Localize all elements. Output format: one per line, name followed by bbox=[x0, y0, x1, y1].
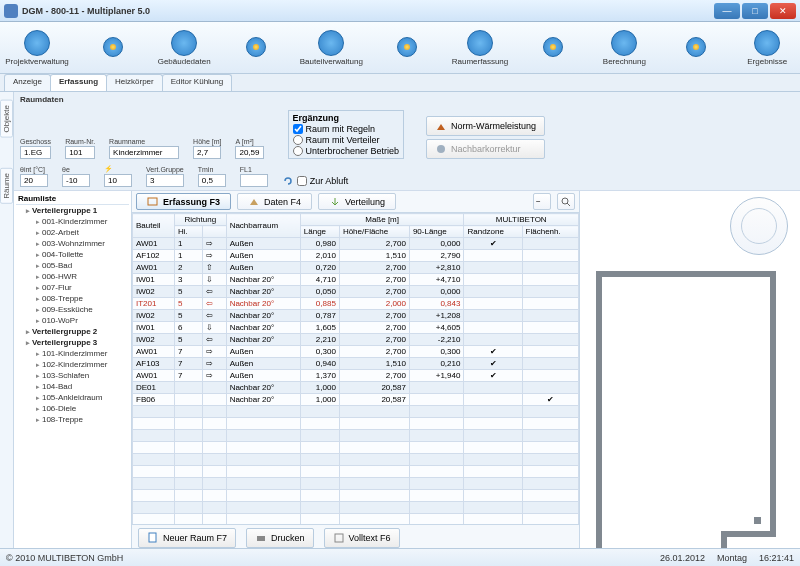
tree-item[interactable]: 106-Diele bbox=[36, 403, 129, 414]
table-row[interactable] bbox=[133, 502, 579, 514]
table-row[interactable]: IW025⇦Nachbar 20°2,2102,700-2,210 bbox=[133, 334, 579, 346]
tree-item[interactable]: 102-Kinderzimmer bbox=[36, 359, 129, 370]
table-row[interactable]: IW016⇩Nachbar 20°1,6052,700+4,605 bbox=[133, 322, 579, 334]
table-row[interactable] bbox=[133, 442, 579, 454]
tree-item[interactable]: 001-Kinderzimmer bbox=[36, 216, 129, 227]
tree-item[interactable]: 009-Essküche bbox=[36, 304, 129, 315]
toolbar-sun1[interactable] bbox=[86, 37, 139, 58]
btn-volltext[interactable]: Volltext F6 bbox=[324, 528, 400, 548]
tree-item[interactable]: 101-Kinderzimmer bbox=[36, 348, 129, 359]
table-row[interactable] bbox=[133, 454, 579, 466]
table-row[interactable]: AW012⇧Außen0,7202,700+2,810 bbox=[133, 262, 579, 274]
tab-kuehlung[interactable]: Editor Kühlung bbox=[162, 74, 232, 91]
list-icon bbox=[147, 196, 159, 208]
vtab-objekte[interactable]: Objekte bbox=[0, 100, 13, 138]
toolbar-sun5[interactable] bbox=[669, 37, 722, 58]
table-row[interactable] bbox=[133, 478, 579, 490]
flaeche-field[interactable]: 20,59 bbox=[235, 146, 263, 159]
table-row[interactable] bbox=[133, 406, 579, 418]
table-row[interactable] bbox=[133, 466, 579, 478]
toolbar-projekt[interactable]: Projektverwaltung bbox=[6, 30, 68, 66]
tree-item[interactable]: 108-Treppe bbox=[36, 414, 129, 425]
hoehe-field[interactable]: 2,7 bbox=[193, 146, 221, 159]
table-row[interactable]: IW025⇦Nachbar 20°0,7872,700+1,208 bbox=[133, 310, 579, 322]
table-row[interactable] bbox=[133, 430, 579, 442]
tree-item[interactable]: 003-Wohnzimmer bbox=[36, 238, 129, 249]
table-row[interactable]: FB06Nachbar 20°1,00020,587✔ bbox=[133, 394, 579, 406]
chk-verteiler[interactable]: Raum mit Verteiler bbox=[293, 135, 400, 145]
tree-item[interactable]: 104-Bad bbox=[36, 381, 129, 392]
search-button[interactable] bbox=[557, 193, 575, 210]
table-row[interactable]: AF1021⇨Außen2,0101,5102,790 bbox=[133, 250, 579, 262]
tree-group[interactable]: Verteilergruppe 3 bbox=[26, 337, 129, 348]
table-row[interactable]: AF1037⇨Außen0,9401,5100,210✔ bbox=[133, 358, 579, 370]
search-icon bbox=[560, 196, 572, 208]
tree-item[interactable]: 105-Ankleidraum bbox=[36, 392, 129, 403]
table-row[interactable]: DE01Nachbar 20°1,00020,587 bbox=[133, 382, 579, 394]
tree-item[interactable]: 103-Schlafen bbox=[36, 370, 129, 381]
minus-button[interactable]: − bbox=[533, 193, 551, 210]
ttab-verteilung[interactable]: Verteilung bbox=[318, 193, 396, 210]
ttab-daten[interactable]: Daten F4 bbox=[237, 193, 312, 210]
table-row[interactable]: IT2015⇦Nachbar 20°0,8852,0000,843 bbox=[133, 298, 579, 310]
theta-field[interactable]: 20 bbox=[20, 174, 48, 187]
toolbar-bauteil[interactable]: Bauteilverwaltung bbox=[300, 30, 362, 66]
direction-dial[interactable] bbox=[730, 197, 788, 255]
vtab-raeume[interactable]: Räume bbox=[0, 168, 13, 204]
tree-pane[interactable]: Raumliste Verteilergruppe 1001-Kinderzim… bbox=[14, 191, 132, 548]
table-row[interactable]: AW017⇨Außen1,3702,700+1,940✔ bbox=[133, 370, 579, 382]
chk-zurabluft[interactable]: Zur Abluft bbox=[282, 175, 349, 187]
tree-group[interactable]: Verteilergruppe 1 bbox=[26, 205, 129, 216]
raumnr-field[interactable]: 101 bbox=[65, 146, 95, 159]
toolbar-ergebnisse[interactable]: Ergebnisse bbox=[741, 30, 794, 66]
tree-item[interactable]: 004-Toilette bbox=[36, 249, 129, 260]
table-row[interactable]: AW017⇨Außen0,3002,7000,300✔ bbox=[133, 346, 579, 358]
npers-field[interactable]: 10 bbox=[104, 174, 132, 187]
print-icon bbox=[255, 532, 267, 544]
doc-icon bbox=[147, 532, 159, 544]
tree-item[interactable]: 002-Arbeit bbox=[36, 227, 129, 238]
table-row[interactable] bbox=[133, 418, 579, 430]
tree-item[interactable]: 007-Flur bbox=[36, 282, 129, 293]
sun-icon bbox=[397, 37, 417, 57]
tree-group[interactable]: Verteilergruppe 2 bbox=[26, 326, 129, 337]
tree-item[interactable]: 008-Treppe bbox=[36, 293, 129, 304]
theta2-field[interactable]: -10 bbox=[62, 174, 90, 187]
tab-anzeige[interactable]: Anzeige bbox=[4, 74, 51, 91]
btn-neuer-raum[interactable]: Neuer Raum F7 bbox=[138, 528, 236, 548]
maximize-button[interactable]: □ bbox=[742, 3, 768, 19]
table-row[interactable]: IW013⇩Nachbar 20°4,7102,700+4,710 bbox=[133, 274, 579, 286]
tmin-field[interactable]: 0,5 bbox=[198, 174, 226, 187]
toolbar-raum[interactable]: Raumerfassung bbox=[452, 30, 508, 66]
data-table[interactable]: Bauteil Richtung Nachbarraum Maße [m] MU… bbox=[132, 213, 579, 524]
fl-field[interactable] bbox=[240, 174, 268, 187]
minimize-button[interactable]: — bbox=[714, 3, 740, 19]
ttab-erfassung[interactable]: Erfassung F3 bbox=[136, 193, 231, 210]
toolbar-gebaeude[interactable]: Gebäudedaten bbox=[157, 30, 210, 66]
btn-nachbar[interactable]: Nachbarkorrektur bbox=[426, 139, 545, 159]
status-bar: © 2010 MULTIBETON GmbH 26.01.2012 Montag… bbox=[0, 548, 800, 566]
geschoss-field[interactable]: 1.EG bbox=[20, 146, 51, 159]
raumname-field[interactable]: Kinderzimmer bbox=[109, 146, 179, 159]
table-row[interactable]: AW011⇨Außen0,9802,7000,000✔ bbox=[133, 238, 579, 250]
toolbar-sun4[interactable] bbox=[526, 37, 579, 58]
table-row[interactable] bbox=[133, 514, 579, 525]
table-row[interactable] bbox=[133, 490, 579, 502]
toolbar-berechnung[interactable]: Berechnung bbox=[598, 30, 651, 66]
toolbar-sun2[interactable] bbox=[229, 37, 282, 58]
table-row[interactable]: IW025⇦Nachbar 20°0,0502,7000,000 bbox=[133, 286, 579, 298]
chk-regeln[interactable]: Raum mit Regeln bbox=[293, 124, 400, 134]
main-toolbar: Projektverwaltung Gebäudedaten Bauteilve… bbox=[0, 22, 800, 74]
close-button[interactable]: ✕ bbox=[770, 3, 796, 19]
tree-item[interactable]: 010-WoPr bbox=[36, 315, 129, 326]
floorplan-pane[interactable]: Zeichenrichtungen bbox=[580, 191, 800, 548]
btn-drucken[interactable]: Drucken bbox=[246, 528, 314, 548]
tree-item[interactable]: 005-Bad bbox=[36, 260, 129, 271]
btn-norm-waerme[interactable]: Norm-Wärmeleistung bbox=[426, 116, 545, 136]
tree-item[interactable]: 006-HWR bbox=[36, 271, 129, 282]
toolbar-sun3[interactable] bbox=[380, 37, 433, 58]
tab-erfassung[interactable]: Erfassung bbox=[50, 74, 107, 91]
chk-betrieb[interactable]: Unterbrochener Betrieb bbox=[293, 146, 400, 156]
tab-heizkoerper[interactable]: Heizkörper bbox=[106, 74, 163, 91]
vertgruppe-field[interactable]: 3 bbox=[146, 174, 184, 187]
